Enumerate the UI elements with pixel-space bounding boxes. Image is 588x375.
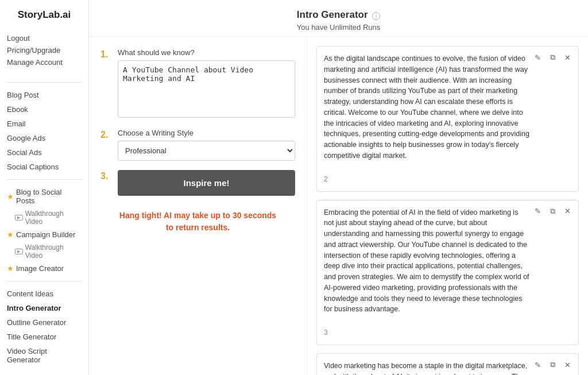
writing-style-select[interactable]: Professional Casual Formal Friendly Humo… xyxy=(118,141,295,161)
step-3-content: Inspire me! xyxy=(118,170,295,196)
sidebar-item-outline-generator[interactable]: Outline Generator xyxy=(6,316,83,329)
unlimited-runs-badge: You have Unlimited Runs xyxy=(100,23,577,32)
sidebar-top-links: Logout Pricing/Upgrade Manage Account xyxy=(6,32,83,68)
sidebar-divider-2 xyxy=(6,179,83,180)
google-ads-label: Google Ads xyxy=(7,134,45,142)
walkthrough-1-label: Walkthrough Video xyxy=(25,210,82,226)
result-card-3: ✎ ⧉ ✕ Video marketing has become a stapl… xyxy=(316,353,579,375)
result-3-copy-button[interactable]: ⧉ xyxy=(546,358,559,371)
step-3-number: 3. xyxy=(100,171,112,181)
blog-post-label: Blog Post xyxy=(7,91,39,99)
form-step-1: 1. What should we know? A YouTube Channe… xyxy=(100,48,295,119)
sidebar-divider-1 xyxy=(6,82,83,83)
sidebar-item-ebook[interactable]: Ebook xyxy=(6,103,83,116)
result-2-number: 3 xyxy=(324,327,571,338)
video-script-label: Video Script Generator xyxy=(7,347,82,364)
sidebar-item-video-script[interactable]: Video Script Generator xyxy=(6,345,83,366)
result-2-edit-button[interactable]: ✎ xyxy=(531,205,544,218)
step-1-content: What should we know? A YouTube Channel a… xyxy=(118,48,295,119)
star-icon-2: ★ xyxy=(7,230,14,239)
step-1-label: What should we know? xyxy=(118,48,295,57)
result-3-close-button[interactable]: ✕ xyxy=(561,358,574,371)
content-ideas-label: Content Ideas xyxy=(7,289,53,298)
sidebar-item-intro-generator[interactable]: Intro Generator xyxy=(6,301,83,315)
title-generator-label: Title Generator xyxy=(7,333,56,341)
step-2-number: 2. xyxy=(100,130,112,140)
video-icon-2: ▶ xyxy=(15,249,23,254)
form-step-3: 3. Inspire me! xyxy=(100,170,295,196)
main-body: 1. What should we know? A YouTube Channe… xyxy=(89,37,588,375)
sidebar-item-blog-post[interactable]: Blog Post xyxy=(6,88,83,102)
video-icon-1: ▶ xyxy=(15,215,23,221)
intro-generator-label: Intro Generator xyxy=(7,304,61,312)
sidebar-item-image-creator[interactable]: ★ Image Creator xyxy=(6,262,83,275)
page-header: Intro Generator i You have Unlimited Run… xyxy=(89,0,588,37)
logout-link[interactable]: Logout xyxy=(6,32,83,44)
sidebar-item-google-ads[interactable]: Google Ads xyxy=(6,132,83,145)
page-title: Intro Generator i xyxy=(100,9,577,21)
sidebar-item-content-ideas[interactable]: Content Ideas xyxy=(6,287,83,300)
sidebar-item-walkthrough-1[interactable]: ▶ Walkthrough Video xyxy=(6,208,83,227)
form-panel: 1. What should we know? A YouTube Channe… xyxy=(89,37,307,375)
result-1-edit-button[interactable]: ✎ xyxy=(531,51,544,64)
campaign-builder-label: Campaign Builder xyxy=(16,230,75,239)
result-2-close-button[interactable]: ✕ xyxy=(561,205,574,218)
sidebar-divider-3 xyxy=(6,281,83,281)
step-1-number: 1. xyxy=(100,49,112,60)
sidebar-item-social-captions[interactable]: Social Captions xyxy=(6,160,83,173)
sidebar-item-blog-to-social[interactable]: ★ Blog to Social Posts xyxy=(6,185,83,207)
social-ads-label: Social Ads xyxy=(7,148,42,157)
result-1-number: 2 xyxy=(324,174,571,184)
result-card-2-actions: ✎ ⧉ ✕ xyxy=(531,205,574,218)
result-card-2: ✎ ⧉ ✕ Embracing the potential of AI in t… xyxy=(316,200,579,346)
result-3-edit-button[interactable]: ✎ xyxy=(531,358,544,371)
step-2-content: Choose a Writing Style Professional Casu… xyxy=(118,129,295,161)
sidebar-item-campaign-builder[interactable]: ★ Campaign Builder xyxy=(6,228,83,241)
pricing-link[interactable]: Pricing/Upgrade xyxy=(6,44,83,56)
inspire-button[interactable]: Inspire me! xyxy=(118,170,295,196)
what-should-we-know-input[interactable]: A YouTube Channel about Video Marketing … xyxy=(118,60,295,118)
social-captions-label: Social Captions xyxy=(7,163,59,171)
main-content: Intro Generator i You have Unlimited Run… xyxy=(89,0,588,375)
walkthrough-2-label: Walkthrough Video xyxy=(25,243,82,260)
blog-to-social-label: Blog to Social Posts xyxy=(16,188,82,205)
loading-message: Hang tight! AI may take up to 30 seconds… xyxy=(100,210,295,234)
sidebar-item-walkthrough-2[interactable]: ▶ Walkthrough Video xyxy=(6,242,83,261)
ebook-label: Ebook xyxy=(7,105,28,114)
result-card-3-actions: ✎ ⧉ ✕ xyxy=(531,358,574,371)
email-label: Email xyxy=(7,119,26,128)
star-icon-3: ★ xyxy=(7,264,14,273)
sidebar-item-social-ads[interactable]: Social Ads xyxy=(6,146,83,159)
result-2-text: Embracing the potential of AI in the fie… xyxy=(324,207,571,324)
result-1-close-button[interactable]: ✕ xyxy=(561,51,574,64)
image-creator-label: Image Creator xyxy=(16,264,64,273)
star-icon-1: ★ xyxy=(7,192,14,201)
outline-generator-label: Outline Generator xyxy=(7,318,66,327)
page-title-text: Intro Generator xyxy=(297,9,368,20)
sidebar-item-email[interactable]: Email xyxy=(6,117,83,130)
manage-account-link[interactable]: Manage Account xyxy=(6,56,83,68)
sidebar: StoryLab.ai Logout Pricing/Upgrade Manag… xyxy=(0,0,89,375)
form-step-2: 2. Choose a Writing Style Professional C… xyxy=(100,129,295,161)
result-2-copy-button[interactable]: ⧉ xyxy=(546,205,559,218)
sidebar-item-title-generator[interactable]: Title Generator xyxy=(6,330,83,343)
result-1-text: As the digital landscape continues to ev… xyxy=(324,53,571,171)
info-icon[interactable]: i xyxy=(372,12,380,20)
results-panel: ✎ ⧉ ✕ As the digital landscape continues… xyxy=(307,37,588,375)
brand-logo: StoryLab.ai xyxy=(6,9,83,21)
step-2-label: Choose a Writing Style xyxy=(118,129,295,137)
result-card-1-actions: ✎ ⧉ ✕ xyxy=(531,51,574,64)
result-1-copy-button[interactable]: ⧉ xyxy=(546,51,559,64)
result-card-1: ✎ ⧉ ✕ As the digital landscape continues… xyxy=(316,46,579,192)
